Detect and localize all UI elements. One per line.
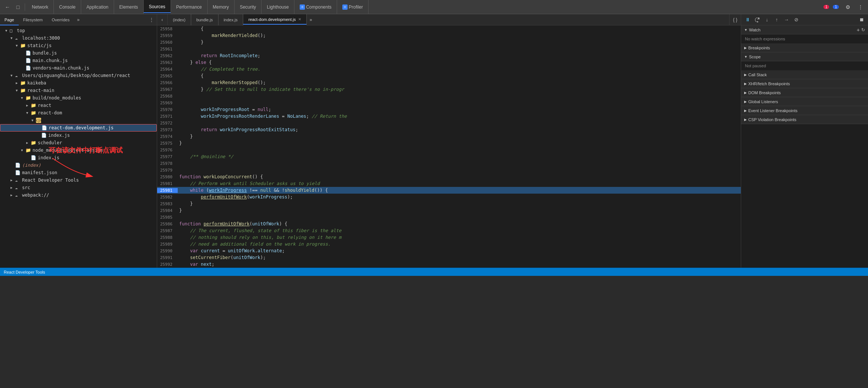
tab-profiler[interactable]: ⚛ Profiler: [337, 0, 369, 14]
code-line-25966: 25966 markRenderStopped();: [157, 79, 741, 86]
tree-item-objectassign[interactable]: ▼ 📁 node_modules/object-assign: [0, 147, 157, 154]
folder-icon-reactmain: 📁: [20, 88, 26, 93]
code-tab-bundle[interactable]: bundle.js: [191, 14, 218, 25]
tab-memory[interactable]: Memory: [208, 0, 235, 14]
dbg-stepover-btn[interactable]: [753, 16, 761, 24]
tab-components[interactable]: ⚛ Components: [294, 0, 337, 14]
ft-tab-filesystem[interactable]: Filesystem: [19, 14, 48, 25]
tree-item-staticjs[interactable]: ▼ 📁 static/js: [0, 42, 157, 49]
tree-item-reactdevtools[interactable]: ▶ ☁ React Developer Tools: [0, 176, 157, 184]
cloud-icon-localhost: ☁: [15, 36, 21, 41]
section-header-eventlisteners[interactable]: ▶ Event Listener Breakpoints: [741, 106, 868, 115]
right-panel: ⏸ ↓ ↑ → ⊘ ⏹ ▼ Watch: [741, 14, 868, 268]
section-header-cspviolations[interactable]: ▶ CSP Violation Breakpoints: [741, 115, 868, 124]
code-tab-reactdom-close[interactable]: ✕: [298, 17, 301, 21]
tree-item-cjs-indexjs[interactable]: 📄 index.js: [0, 132, 157, 139]
code-tabs-more[interactable]: »: [307, 17, 315, 22]
breakpoints-label: Breakpoints: [748, 46, 770, 50]
code-line-25991: 25990 var current = unitOfWork.alternate…: [157, 247, 741, 254]
nav-layout-btn[interactable]: □: [13, 2, 23, 12]
section-header-breakpoints[interactable]: ▶ Breakpoints: [741, 43, 868, 52]
folder-icon-cjs: cjs: [36, 118, 41, 123]
code-line-25986: 25985: [157, 214, 741, 221]
tree-item-localhost[interactable]: ▼ ☁ localhost:3000: [0, 34, 157, 42]
tree-item-top[interactable]: ▼ □ top: [0, 27, 157, 34]
tree-item-index[interactable]: 📄 (index): [0, 161, 157, 169]
tree-item-react[interactable]: ▶ 📁 react: [0, 102, 157, 109]
section-header-dom[interactable]: ▶ DOM Breakpoints: [741, 88, 868, 97]
ft-more-btn[interactable]: »: [74, 14, 83, 25]
code-line-25967: 25967 } // Set this to null to indicate …: [157, 86, 741, 93]
tree-item-cjs[interactable]: ▼ cjs: [0, 117, 157, 124]
info-badge[interactable]: 1: [833, 5, 839, 9]
section-header-globallisteners[interactable]: ▶ Global Listeners: [741, 97, 868, 106]
tab-application[interactable]: Application: [81, 0, 114, 14]
scope-arrow: ▼: [744, 55, 748, 59]
callstack-arrow: ▶: [744, 73, 747, 77]
watch-label: Watch: [749, 28, 761, 32]
tree-item-reactdomdev[interactable]: 📄 react-dom.development.js: [0, 124, 157, 132]
more-btn[interactable]: ⋮: [855, 2, 866, 12]
watch-add-btn[interactable]: +: [857, 27, 860, 33]
cloud-icon-webpack: ☁: [15, 193, 21, 198]
tree-item-bundlejs[interactable]: 📄 bundle.js: [0, 49, 157, 57]
dbg-stepnext-btn[interactable]: →: [782, 16, 791, 24]
code-tab-index[interactable]: (index): [168, 14, 191, 25]
watch-refresh-btn[interactable]: ↻: [861, 27, 865, 33]
dbg-stepinto-btn[interactable]: ↓: [763, 16, 771, 24]
format-btn[interactable]: { }: [730, 14, 741, 25]
tree-item-reactdom[interactable]: ▼ 📁 react-dom: [0, 109, 157, 117]
nav-back-btn[interactable]: ←: [2, 2, 13, 12]
code-line-25963: 25963 } else {: [157, 59, 741, 66]
debugger-toolbar: ⏸ ↓ ↑ → ⊘ ⏹: [741, 14, 868, 25]
bottom-bar: React Developer Tools: [0, 268, 868, 276]
tree-item-manifest[interactable]: 📄 manifest.json: [0, 169, 157, 176]
tab-security[interactable]: Security: [235, 0, 262, 14]
section-header-callstack[interactable]: ▶ Call Stack: [741, 70, 868, 79]
tree-item-oa-indexjs[interactable]: 📄 index.js: [0, 154, 157, 161]
tree-item-mainchunk[interactable]: 📄 main.chunk.js: [0, 57, 157, 64]
section-header-xhr[interactable]: ▶ XHR/fetch Breakpoints: [741, 79, 868, 88]
components-ext-icon: ⚛: [300, 4, 305, 10]
section-header-scope[interactable]: ▼ Scope: [741, 52, 868, 61]
code-line-25960: 25960 }: [157, 39, 741, 46]
tab-network[interactable]: Network: [27, 0, 54, 14]
code-tab-indexjs[interactable]: index.js: [218, 14, 243, 25]
dbg-deactivate-btn[interactable]: ⊘: [792, 16, 800, 24]
cloud-icon-src: ☁: [15, 185, 21, 190]
tab-console[interactable]: Console: [54, 0, 81, 14]
ft-menu-btn[interactable]: ⋮: [146, 14, 157, 25]
settings-btn[interactable]: ⚙: [843, 2, 853, 12]
section-header-watch[interactable]: ▼ Watch + ↻: [741, 25, 868, 34]
code-line-25990: 25989 // need an additional field on the…: [157, 241, 741, 247]
tree-item-reactmain[interactable]: ▼ 📁 react-main: [0, 87, 157, 94]
tree-item-kaikeba[interactable]: ▶ 📁 kaikeba: [0, 79, 157, 87]
tab-elements[interactable]: Elements: [114, 0, 144, 14]
dbg-stepout-btn[interactable]: ↑: [773, 16, 781, 24]
code-line-25992: 25991 setCurrentFiber(unitOfWork);: [157, 254, 741, 261]
tree-item-buildnodemodules[interactable]: ▼ 📁 build/node_modules: [0, 94, 157, 102]
watch-content: No watch expressions: [741, 34, 868, 43]
tree-item-vendorschunk[interactable]: 📄 vendors~main.chunk.js: [0, 64, 157, 72]
error-badge[interactable]: 1: [823, 5, 829, 9]
code-tab-reactdom[interactable]: react-dom.development.js ✕: [243, 14, 307, 25]
scope-label: Scope: [749, 55, 761, 59]
tree-item-webpack[interactable]: ▶ ☁ webpack://: [0, 191, 157, 199]
tree-item-src[interactable]: ▶ ☁ src: [0, 184, 157, 191]
code-line-25987: 25986 function performUnitOfWork(unitOfW…: [157, 221, 741, 227]
tree-item-scheduler[interactable]: ▶ 📁 scheduler: [0, 139, 157, 147]
code-line-25978: 25978: [157, 160, 741, 167]
code-area[interactable]: 25958 { 25959 markRenderYielded(); 25960…: [157, 25, 741, 268]
code-panel-toggle[interactable]: ‹: [157, 14, 168, 25]
dbg-more-btn[interactable]: ⏹: [858, 16, 866, 24]
tab-performance[interactable]: Performance: [171, 0, 208, 14]
file-icon-bundlejs: 📄: [25, 50, 31, 56]
profiler-ext-icon: ⚛: [342, 4, 348, 10]
tab-sources[interactable]: Sources: [144, 0, 171, 14]
ft-tab-overrides[interactable]: Overrides: [47, 14, 74, 25]
ft-tab-page[interactable]: Page: [0, 14, 19, 25]
tree-item-userspath[interactable]: ▼ ☁ Users/qinguanghui/Desktop/document/r…: [0, 72, 157, 79]
dbg-pause-btn[interactable]: ⏸: [743, 16, 752, 24]
tab-lighthouse[interactable]: Lighthouse: [262, 0, 294, 14]
breakpoints-arrow: ▶: [744, 46, 747, 50]
